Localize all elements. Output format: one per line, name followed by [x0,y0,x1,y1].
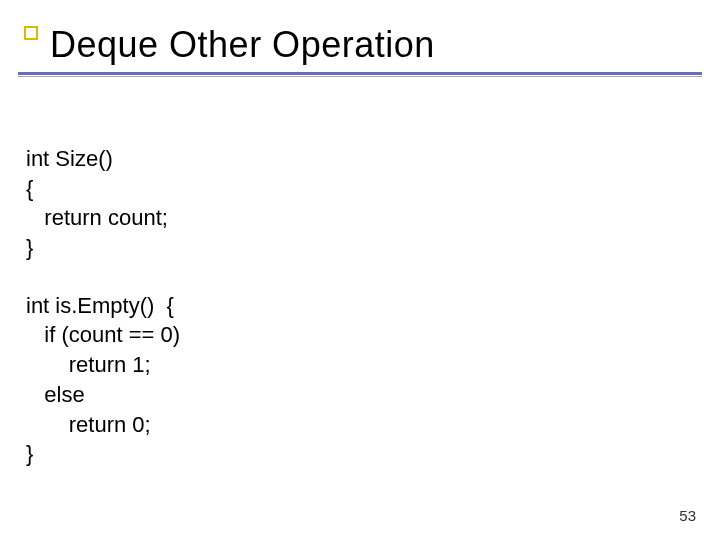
slide-container: Deque Other Operation int Size() { retur… [0,0,720,540]
code-block-size: int Size() { return count; } [26,144,696,263]
content-area: int Size() { return count; } int is.Empt… [26,144,696,469]
accent-square [24,26,38,40]
title-underline-bottom [18,76,702,77]
code-block-isempty: int is.Empty() { if (count == 0) return … [26,291,696,469]
slide-title: Deque Other Operation [50,24,696,66]
page-number: 53 [679,507,696,524]
title-underline-top [18,72,702,75]
